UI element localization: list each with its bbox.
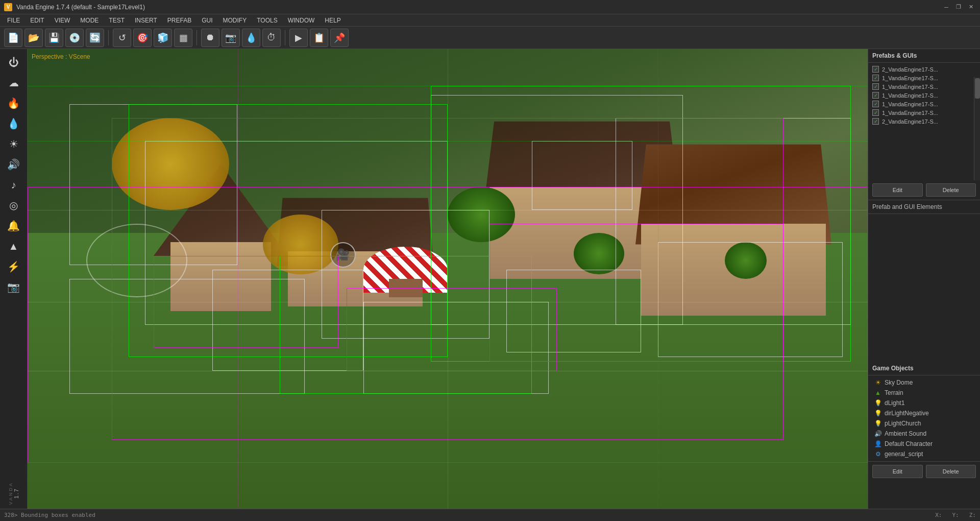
new-button[interactable]: 📄: [4, 29, 22, 47]
save-as-button[interactable]: 💿: [65, 29, 84, 47]
record-button[interactable]: ⏺: [201, 29, 219, 47]
terrain-icon[interactable]: ▲: [5, 237, 23, 255]
prefab-checkbox-2[interactable]: ✓: [872, 83, 879, 90]
water-icon[interactable]: 💧: [5, 114, 23, 133]
prefab-checkbox-6[interactable]: ✓: [872, 118, 879, 125]
camera-sidebar-icon[interactable]: 📷: [5, 278, 23, 296]
game-object-action-buttons: Edit Delete: [868, 461, 980, 481]
menu-item-modify[interactable]: MODIFY: [218, 14, 252, 26]
water-button[interactable]: 💧: [242, 29, 260, 47]
menu-item-view[interactable]: VIEW: [50, 14, 76, 26]
import-button[interactable]: 🔄: [86, 29, 104, 47]
game-objects-list: ☀Sky Dome▲Terrain💡dLight1💡dirLightNegati…: [868, 375, 980, 461]
menu-item-test[interactable]: TEST: [104, 14, 130, 26]
game-obj-label-0: Sky Dome: [885, 379, 913, 386]
menu-item-mode[interactable]: MODE: [75, 14, 104, 26]
viewport[interactable]: Perspective : VScene: [28, 49, 868, 509]
game-obj-label-4: pLightChurch: [885, 420, 921, 427]
status-message: 328> Bounding boxes enabled: [4, 512, 95, 518]
close-button[interactable]: ✕: [966, 2, 976, 12]
menu-item-insert[interactable]: INSERT: [130, 14, 162, 26]
prefab-checkbox-4[interactable]: ✓: [872, 101, 879, 107]
lightning-icon[interactable]: ⚡: [5, 257, 23, 276]
game-obj-item-7[interactable]: ⚙general_script: [868, 449, 980, 459]
menu-item-tools[interactable]: TOOLS: [252, 14, 282, 26]
menu-item-help[interactable]: HELP: [320, 14, 346, 26]
target-icon[interactable]: ◎: [5, 196, 23, 215]
sun-icon[interactable]: ☀: [5, 135, 23, 153]
prefab-item-5[interactable]: ✓1_VandaEngine17-S...: [868, 108, 980, 117]
prefab-edit-button[interactable]: Edit: [872, 183, 923, 197]
timer-button[interactable]: ⏱: [262, 29, 281, 47]
game-obj-icon-5: 🔊: [874, 430, 881, 437]
prefab-gui-elements-title: Prefab and GUI Elements: [868, 200, 980, 214]
game-obj-item-0[interactable]: ☀Sky Dome: [868, 377, 980, 388]
prefab-label-5: 1_VandaEngine17-S...: [882, 110, 938, 116]
app-icon: V: [4, 3, 12, 11]
game-obj-item-4[interactable]: 💡pLightChurch: [868, 418, 980, 429]
copy-button[interactable]: 📋: [310, 29, 328, 47]
prefab-item-1[interactable]: ✓1_VandaEngine17-S...: [868, 74, 980, 82]
add-object-button[interactable]: 🧊: [154, 29, 172, 47]
prefab-checkbox-0[interactable]: ✓: [872, 66, 879, 73]
minimize-button[interactable]: ─: [941, 2, 951, 12]
menu-item-gui[interactable]: GUI: [197, 14, 217, 26]
game-obj-item-5[interactable]: 🔊Ambient Sound: [868, 429, 980, 439]
cloud-icon[interactable]: ☁: [5, 74, 23, 92]
prefab-item-3[interactable]: ✓1_VandaEngine17-S...: [868, 91, 980, 100]
game-obj-icon-0: ☀: [874, 379, 881, 386]
game-obj-icon-3: 💡: [874, 410, 881, 417]
game-obj-item-3[interactable]: 💡dirLightNegative: [868, 408, 980, 418]
prefab-checkbox-5[interactable]: ✓: [872, 109, 879, 116]
grid-button[interactable]: ▦: [174, 29, 192, 47]
toolbar: 📄📂💾💿🔄↺🎯🧊▦⏺📷💧⏱▶📋📌: [0, 27, 980, 49]
power-icon[interactable]: ⏻: [5, 53, 23, 72]
menu-item-file[interactable]: FILE: [2, 14, 25, 26]
toolbar-separator: [285, 30, 285, 45]
version-label: 1.7VANDA: [6, 478, 21, 509]
game-obj-item-6[interactable]: 👤Default Character: [868, 439, 980, 449]
game-obj-item-1[interactable]: ▲Terrain: [868, 388, 980, 398]
play-button[interactable]: ▶: [289, 29, 308, 47]
music-icon[interactable]: ♪: [5, 176, 23, 194]
open-button[interactable]: 📂: [24, 29, 43, 47]
viewport-scene[interactable]: 🎥: [28, 49, 868, 509]
gameobj-delete-button[interactable]: Delete: [926, 465, 976, 478]
game-obj-label-7: general_script: [885, 451, 923, 458]
prefab-label-1: 1_VandaEngine17-S...: [882, 75, 938, 81]
game-obj-item-2[interactable]: 💡dLight1: [868, 398, 980, 408]
select-button[interactable]: 🎯: [133, 29, 152, 47]
sound-icon[interactable]: 🔊: [5, 155, 23, 174]
prefab-checkbox-3[interactable]: ✓: [872, 92, 879, 99]
prefab-label-4: 1_VandaEngine17-S...: [882, 101, 938, 107]
prefabs-list[interactable]: ✓2_VandaEngine17-S...✓1_VandaEngine17-S.…: [868, 63, 980, 180]
prefab-checkbox-1[interactable]: ✓: [872, 75, 879, 81]
menu-item-window[interactable]: WINDOW: [283, 14, 320, 26]
menu-item-edit[interactable]: EDIT: [25, 14, 49, 26]
prefab-label-6: 2_VandaEngine17-S...: [882, 119, 938, 125]
game-obj-icon-7: ⚙: [874, 451, 881, 458]
scrollbar-thumb[interactable]: [975, 78, 980, 99]
prefab-delete-button[interactable]: Delete: [926, 183, 976, 197]
menu-item-prefab[interactable]: PREFAB: [162, 14, 197, 26]
prefab-list-inner: ✓2_VandaEngine17-S...✓1_VandaEngine17-S.…: [868, 63, 980, 128]
maximize-button[interactable]: ❐: [953, 2, 964, 12]
screenshot-button[interactable]: 📷: [222, 29, 240, 47]
prefab-item-6[interactable]: ✓2_VandaEngine17-S...: [868, 117, 980, 126]
bell-icon[interactable]: 🔔: [5, 217, 23, 235]
z-coord: Z:: [969, 512, 976, 518]
panel-spacer: [868, 214, 980, 362]
prefab-item-2[interactable]: ✓1_VandaEngine17-S...: [868, 82, 980, 91]
prefab-item-0[interactable]: ✓2_VandaEngine17-S...: [868, 65, 980, 74]
prefab-label-2: 1_VandaEngine17-S...: [882, 84, 938, 90]
gameobj-edit-button[interactable]: Edit: [872, 465, 923, 478]
save-button[interactable]: 💾: [45, 29, 63, 47]
fire-icon[interactable]: 🔥: [5, 94, 23, 112]
prefab-item-4[interactable]: ✓1_VandaEngine17-S...: [868, 100, 980, 108]
undo-button[interactable]: ↺: [113, 29, 131, 47]
prefabs-scrollbar[interactable]: [974, 77, 980, 180]
paste-button[interactable]: 📌: [330, 29, 349, 47]
y-coord: Y:: [952, 512, 959, 518]
viewport-label: Perspective : VScene: [32, 53, 90, 60]
statusbar: 328> Bounding boxes enabled X: Y: Z:: [0, 509, 980, 521]
